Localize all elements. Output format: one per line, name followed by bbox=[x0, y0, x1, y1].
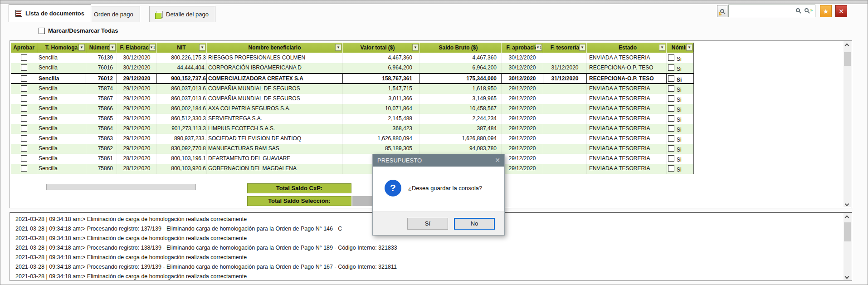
nomina-checkbox[interactable] bbox=[668, 135, 674, 142]
aprobar-checkbox[interactable] bbox=[21, 54, 27, 61]
table-row[interactable]: Sencilla7586429/12/2020901,273,113.3LIMP… bbox=[11, 124, 694, 134]
cell-estado: ENVIADA A TESORERIA bbox=[587, 84, 667, 94]
nomina-checkbox[interactable] bbox=[668, 95, 674, 102]
aprobar-checkbox[interactable] bbox=[21, 105, 27, 112]
filter-dropdown-icon[interactable]: ▼ bbox=[109, 44, 116, 51]
column-header-valor-total-[interactable]: Valor total ($)▼ bbox=[343, 43, 420, 53]
close-icon: ✕ bbox=[839, 8, 844, 15]
table-row[interactable]: Sencilla7587429/12/2020860,037,013.6COMP… bbox=[11, 84, 694, 94]
filter-dropdown-icon[interactable]: ▼ bbox=[335, 44, 341, 51]
aprobar-checkbox[interactable] bbox=[21, 85, 27, 92]
aprobar-checkbox[interactable] bbox=[21, 145, 27, 152]
yes-button[interactable]: Sí bbox=[407, 218, 448, 230]
cell-numero: 76016 bbox=[86, 63, 117, 73]
aprobar-cell bbox=[11, 84, 37, 94]
column-header-saldo-bruto-[interactable]: Saldo Bruto ($) bbox=[420, 43, 502, 53]
dialog-message: ¿Desea guardar la consola? bbox=[408, 185, 482, 192]
favorite-button[interactable]: ★ bbox=[820, 5, 832, 17]
scroll-thumb[interactable] bbox=[844, 222, 851, 241]
search-refresh-button[interactable]: ⇅ bbox=[717, 5, 727, 17]
nomina-checkbox[interactable] bbox=[668, 85, 674, 92]
table-row[interactable]: Sencilla7586128/12/2020800,103,196.1DEAR… bbox=[11, 154, 694, 164]
close-window-button[interactable]: ✕ bbox=[835, 5, 847, 17]
sort-indicator-icon[interactable]: ▼1 bbox=[536, 44, 542, 51]
nomina-checkbox[interactable] bbox=[668, 64, 674, 71]
nomina-checkbox[interactable] bbox=[668, 155, 674, 162]
cell-f-tesoreria bbox=[543, 154, 587, 164]
column-header-t-homologa[interactable]: T. Homologa▼ bbox=[37, 43, 86, 53]
table-row[interactable]: Sencilla7586028/12/2020800,103,920.6GOBE… bbox=[11, 164, 694, 174]
nomina-checkbox[interactable] bbox=[668, 145, 674, 152]
cell-valor-total: 3,011,366 bbox=[343, 94, 420, 104]
filter-dropdown-icon[interactable]: ▼ bbox=[78, 44, 85, 51]
tab-lista-de-documentos[interactable]: Lista de documentos bbox=[9, 4, 91, 22]
nomina-checkbox[interactable] bbox=[668, 165, 674, 172]
filter-dropdown-icon[interactable]: ▼ bbox=[412, 44, 419, 51]
no-button[interactable]: No bbox=[454, 218, 495, 230]
aprobar-checkbox[interactable] bbox=[21, 75, 27, 82]
table-row[interactable]: Sencilla7613930/12/2020800,226,175.3RIES… bbox=[11, 53, 694, 63]
search-icon[interactable] bbox=[796, 8, 800, 12]
table-row[interactable]: Sencilla7586329/12/2020890,937,233.SOCIE… bbox=[11, 134, 694, 144]
filter-dropdown-icon[interactable]: ▼ bbox=[686, 44, 692, 51]
table-row[interactable]: Sencilla7601630/12/202044,444,404.CORPOR… bbox=[11, 63, 694, 73]
column-header-nómin[interactable]: Nómin▼ bbox=[667, 43, 694, 53]
filter-dropdown-icon[interactable]: ▼ bbox=[579, 44, 585, 51]
scroll-up-icon[interactable] bbox=[845, 216, 849, 220]
column-header-f-tesorería[interactable]: F. tesorería▼ bbox=[543, 43, 587, 53]
select-all-row[interactable]: Marcar/Desmarcar Todas bbox=[39, 27, 118, 34]
nomina-label: Si bbox=[677, 167, 682, 173]
nomina-checkbox[interactable] bbox=[668, 54, 674, 61]
column-header-nombre-beneficiario[interactable]: Nombre beneficiario▼ bbox=[207, 43, 343, 53]
column-header-estado[interactable]: Estado▼ bbox=[587, 43, 667, 53]
column-header-label: Valor total ($) bbox=[360, 44, 395, 51]
aprobar-checkbox[interactable] bbox=[21, 95, 27, 102]
log-line: 2021-03-28 | 09:34:18 am:> Procesando re… bbox=[15, 243, 841, 253]
cell-estado: RECEPCIONA-O.P. TESO bbox=[587, 74, 667, 83]
nomina-checkbox[interactable] bbox=[668, 75, 674, 82]
cell-numero: 75862 bbox=[86, 144, 117, 154]
cell-f-aprobacion: 29/12/2020 bbox=[502, 104, 543, 114]
column-header-nit[interactable]: NIT▼ bbox=[157, 43, 207, 53]
aprobar-checkbox[interactable] bbox=[21, 165, 27, 172]
cell-f-aprobacion: 29/12/2020 bbox=[502, 84, 543, 94]
nomina-checkbox[interactable] bbox=[668, 125, 674, 132]
tab-detalle-del-pago[interactable]: Detalle del pago bbox=[149, 6, 215, 22]
cell-numero: 75874 bbox=[86, 84, 117, 94]
scroll-thumb[interactable] bbox=[844, 52, 851, 66]
table-row[interactable]: Sencilla7586529/12/2020860,512,330.3SERV… bbox=[11, 114, 694, 124]
column-header-f-aprobació[interactable]: F. aprobació▼1 bbox=[502, 43, 543, 53]
cell-f-tesoreria bbox=[543, 164, 587, 174]
horizontal-scrollbar[interactable] bbox=[46, 184, 196, 190]
sort-indicator-icon[interactable]: ▼1 bbox=[149, 44, 156, 51]
cell-t-homologa: Sencilla bbox=[37, 53, 86, 63]
select-all-checkbox[interactable] bbox=[39, 28, 45, 34]
column-header-aprobar[interactable]: Aprobar bbox=[11, 43, 37, 53]
cell-estado: ENVIADA A TESORERIA bbox=[587, 134, 667, 144]
nomina-checkbox[interactable] bbox=[668, 115, 674, 122]
filter-dropdown-icon[interactable]: ▼ bbox=[199, 44, 205, 51]
aprobar-checkbox[interactable] bbox=[21, 125, 27, 132]
column-header-label: T. Homologa bbox=[45, 44, 78, 51]
aprobar-checkbox[interactable] bbox=[21, 135, 27, 142]
scroll-down-icon[interactable] bbox=[845, 275, 849, 279]
nomina-checkbox[interactable] bbox=[668, 105, 674, 112]
table-row[interactable]: Sencilla7586229/12/2020830,092,770.8MANU… bbox=[11, 144, 694, 154]
grid-vertical-scrollbar[interactable] bbox=[844, 41, 851, 207]
filter-dropdown-icon[interactable]: ▼ bbox=[659, 44, 665, 51]
log-vertical-scrollbar[interactable] bbox=[844, 213, 851, 280]
search-next-icon[interactable] bbox=[805, 8, 809, 12]
scroll-up-icon[interactable] bbox=[845, 44, 849, 48]
column-header-número[interactable]: Número▼ bbox=[86, 43, 117, 53]
aprobar-checkbox[interactable] bbox=[21, 115, 27, 122]
aprobar-checkbox[interactable] bbox=[21, 155, 27, 162]
dialog-titlebar[interactable]: PRESUPUESTO ✕ bbox=[373, 154, 504, 167]
aprobar-checkbox[interactable] bbox=[21, 64, 27, 71]
tab-label: Detalle del pago bbox=[166, 11, 209, 18]
dialog-close-icon[interactable]: ✕ bbox=[495, 154, 500, 167]
table-row[interactable]: Sencilla7586629/12/2020860,002,184.6AXA … bbox=[11, 104, 694, 114]
table-row[interactable]: Sencilla7586729/12/2020860,037,013.6COMP… bbox=[11, 94, 694, 104]
table-row[interactable]: Sencilla7601229/12/2020900,152,737.6COME… bbox=[11, 73, 694, 84]
column-header-f-elaboració[interactable]: F. Elaboració▼1 bbox=[117, 43, 157, 53]
scroll-down-icon[interactable] bbox=[845, 202, 849, 206]
